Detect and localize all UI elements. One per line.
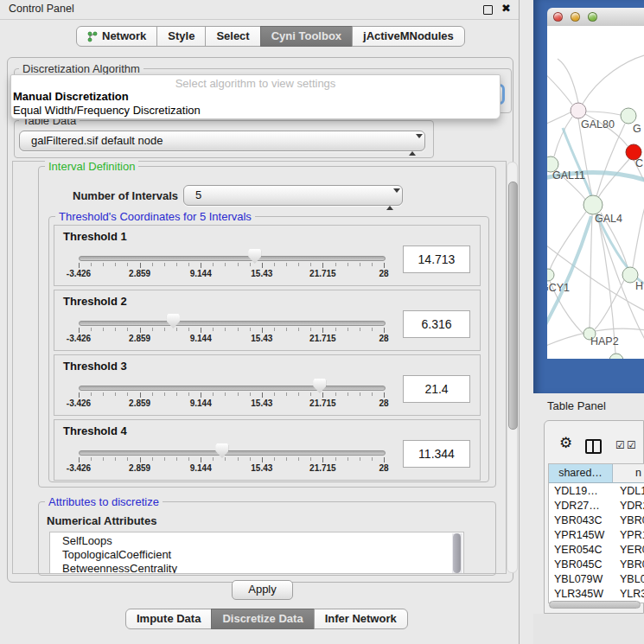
minor-tick xyxy=(360,328,360,331)
minor-tick xyxy=(298,457,299,461)
slider-thumb[interactable] xyxy=(215,443,228,458)
network-canvas[interactable]: GAL80GGAL11CGAL4GCY1HHAP2 xyxy=(547,26,644,359)
tab-discretize-data[interactable]: Discretize Data xyxy=(211,609,314,629)
table-cell[interactable]: YDL1 xyxy=(620,485,644,497)
table-cell[interactable]: YBL0 xyxy=(620,573,644,585)
close-icon[interactable]: ✖ xyxy=(501,2,511,15)
minor-tick xyxy=(225,263,226,266)
tab-impute-data[interactable]: Impute Data xyxy=(125,609,212,629)
numerical-attributes-list[interactable]: SelfLoopsTopologicalCoefficientBetweenne… xyxy=(49,532,464,574)
num-intervals-combobox[interactable]: 5 xyxy=(183,185,403,206)
tab-cyni-toolbox[interactable]: Cyni Toolbox xyxy=(260,26,353,47)
major-tick xyxy=(322,457,323,462)
network-node[interactable] xyxy=(571,103,586,118)
slider-track[interactable] xyxy=(79,450,386,456)
table-cell[interactable]: YLR3 xyxy=(620,588,644,600)
minor-tick xyxy=(286,457,287,461)
table-cell[interactable]: YER0 xyxy=(620,544,644,556)
column-header-name[interactable]: n xyxy=(613,464,644,483)
zoom-traffic-light-icon[interactable] xyxy=(588,12,597,22)
vertical-scrollbar-thumb[interactable] xyxy=(508,182,518,430)
threshold-2-panel: Threshold 2-3.4262.8599.14415.4321.71528… xyxy=(54,290,481,351)
minimize-traffic-light-icon[interactable] xyxy=(571,12,580,22)
tab-jactivemnodules[interactable]: jActiveMNodules xyxy=(352,26,465,47)
table-cell[interactable]: YDR2 xyxy=(620,500,644,512)
table-horizontal-scrollbar[interactable] xyxy=(549,601,641,609)
attribute-list-item[interactable]: TopologicalCoefficient xyxy=(50,548,463,562)
threshold-label: Threshold 4 xyxy=(63,424,127,437)
attributes-scrollbar-thumb[interactable] xyxy=(453,533,461,573)
slider-track[interactable] xyxy=(79,386,386,391)
network-node[interactable] xyxy=(621,108,636,124)
table-cell[interactable]: YBR043C xyxy=(554,514,603,526)
gear-icon[interactable]: ⚙ xyxy=(559,436,572,450)
minor-tick xyxy=(91,263,92,266)
dropdown-option-equal-width[interactable]: Equal Width/Frequency Discretization xyxy=(13,104,201,117)
network-node[interactable] xyxy=(609,354,623,359)
table-cell[interactable]: YBL079W xyxy=(554,573,603,585)
tick-label: -3.426 xyxy=(59,399,99,408)
major-tick xyxy=(140,263,141,268)
control-panel-titlebar: Control Panel ✖ xyxy=(0,0,519,20)
slider-track[interactable] xyxy=(79,256,386,261)
apply-button[interactable]: Apply xyxy=(232,580,293,600)
tab-infer-network[interactable]: Infer Network xyxy=(314,609,408,629)
major-tick xyxy=(322,392,323,398)
major-tick xyxy=(262,328,263,333)
table-cell[interactable]: YPR1 xyxy=(620,529,644,541)
threshold-value-field[interactable]: 6.316 xyxy=(403,310,470,338)
network-node[interactable] xyxy=(547,269,554,281)
minor-tick xyxy=(127,457,128,461)
table-cell[interactable]: YPR145W xyxy=(554,529,604,541)
table-cell[interactable]: YER054C xyxy=(554,544,603,556)
minor-tick xyxy=(250,392,251,396)
tick-label: -3.426 xyxy=(59,463,99,473)
control-panel: Control Panel ✖ NetworkStyleSelectCyni T… xyxy=(0,0,520,644)
network-node[interactable] xyxy=(583,195,603,214)
network-edge xyxy=(598,159,629,198)
threshold-value-field[interactable]: 21.4 xyxy=(403,375,470,403)
table-panel-title: Table Panel xyxy=(547,399,606,412)
table-cell[interactable]: YBR0 xyxy=(620,558,644,571)
checkbox-icon[interactable]: ☑ xyxy=(627,439,636,451)
minor-tick xyxy=(310,457,311,461)
slider-thumb[interactable] xyxy=(248,249,261,264)
minor-tick xyxy=(274,392,275,396)
close-traffic-light-icon[interactable] xyxy=(553,12,563,22)
table-cell[interactable]: YBR045C xyxy=(554,558,603,571)
node-table[interactable]: shared…nYDL19…YDL1YDR27…YDR2YBR043CYBR0Y… xyxy=(548,463,644,603)
tab-style[interactable]: Style xyxy=(156,26,206,47)
minor-tick xyxy=(164,392,165,396)
tab-select[interactable]: Select xyxy=(205,26,260,47)
node-label: H xyxy=(635,280,643,292)
table-cell[interactable]: YDL19… xyxy=(554,485,598,497)
minor-tick xyxy=(176,328,177,331)
table-data-combobox[interactable]: galFiltered.sif default node xyxy=(19,131,425,151)
table-cell[interactable]: YDR27… xyxy=(554,500,600,512)
dropdown-option-manual[interactable]: Manual Discretization xyxy=(13,90,129,103)
network-window-titlebar[interactable] xyxy=(547,8,644,27)
minor-tick xyxy=(348,263,348,266)
float-window-icon[interactable] xyxy=(483,5,493,15)
tick-label: 2.859 xyxy=(120,399,160,408)
checkbox-icon[interactable]: ☑ xyxy=(615,439,625,451)
vertical-scrollbar[interactable] xyxy=(507,162,518,573)
slider-thumb[interactable] xyxy=(167,314,180,328)
column-header-shared-name[interactable]: shared… xyxy=(549,464,613,483)
attribute-list-item[interactable]: SelfLoops xyxy=(50,534,463,548)
threshold-value-field[interactable]: 11.344 xyxy=(403,440,470,468)
slider-thumb[interactable] xyxy=(313,379,326,393)
bottom-filler xyxy=(533,614,644,644)
attributes-scrollbar[interactable] xyxy=(452,533,462,573)
tick-label: 15.43 xyxy=(242,399,282,408)
table-cell[interactable]: YBR0 xyxy=(620,514,644,526)
slider-track[interactable] xyxy=(79,321,386,326)
tab-network[interactable]: Network xyxy=(76,26,157,47)
minor-tick xyxy=(103,328,104,331)
minor-tick xyxy=(164,328,165,331)
attribute-list-item[interactable]: BetweennessCentrality xyxy=(50,562,463,574)
split-column-icon[interactable] xyxy=(585,439,602,454)
network-edge xyxy=(590,214,592,328)
table-cell[interactable]: YLR345W xyxy=(554,588,603,600)
threshold-value-field[interactable]: 14.713 xyxy=(403,245,470,273)
